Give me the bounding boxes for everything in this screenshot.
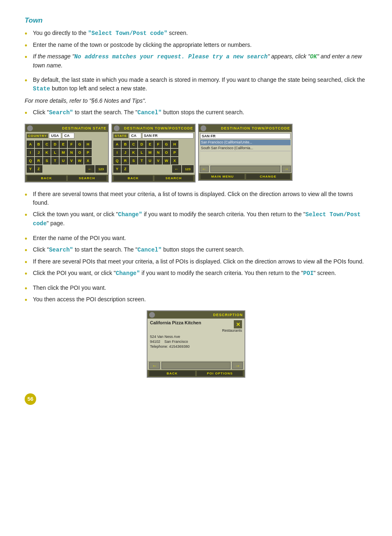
poi-footer: BACK POI OPTIONS bbox=[148, 370, 244, 377]
bullet-state: By default, the last state in which you … bbox=[25, 76, 367, 93]
key2-H[interactable]: H bbox=[171, 141, 178, 148]
key2-V[interactable]: V bbox=[154, 157, 162, 164]
screen3-header: DESTINATION TOWN/POSTCODE bbox=[208, 126, 290, 130]
key-S[interactable]: S bbox=[43, 157, 51, 164]
poi-back-btn[interactable]: BACK bbox=[149, 371, 195, 376]
key-K[interactable]: K bbox=[43, 149, 51, 156]
key-M[interactable]: M bbox=[60, 149, 67, 156]
poi-mid-btn bbox=[161, 362, 231, 369]
key-H[interactable]: H bbox=[84, 141, 92, 148]
key-X[interactable]: X bbox=[84, 157, 92, 164]
key2-D[interactable]: D bbox=[138, 141, 145, 148]
key-D[interactable]: D bbox=[51, 141, 59, 148]
key-G[interactable]: G bbox=[76, 141, 83, 148]
result-item-2[interactable]: South San Francisco (California... bbox=[200, 146, 291, 151]
key2-B[interactable]: B bbox=[122, 141, 129, 148]
key-Q[interactable]: Q bbox=[27, 157, 34, 164]
key-U[interactable]: U bbox=[60, 157, 67, 164]
key-V[interactable]: V bbox=[68, 157, 75, 164]
key-F[interactable]: F bbox=[68, 141, 75, 148]
key2-G[interactable]: G bbox=[163, 141, 170, 148]
key-L[interactable]: L bbox=[51, 149, 59, 156]
key-Y[interactable]: Y bbox=[27, 165, 34, 173]
key-backspace-1[interactable]: ← bbox=[85, 165, 95, 173]
poi-arrow-left[interactable]: ← bbox=[149, 362, 160, 369]
key2-L[interactable]: L bbox=[138, 149, 145, 156]
screen2-back-btn[interactable]: BACK bbox=[114, 176, 153, 181]
poi-phone-row: Telephone: 4154369380 bbox=[150, 344, 242, 349]
poi-body: California Pizza Kitchen ✕ Restaurants 5… bbox=[148, 319, 244, 361]
country-value: USA bbox=[49, 133, 61, 139]
key-backspace-2[interactable]: ← bbox=[172, 165, 181, 173]
arrow-right-3[interactable]: → bbox=[282, 166, 291, 172]
key-Z[interactable]: Z bbox=[35, 165, 42, 173]
key2-N[interactable]: N bbox=[154, 149, 162, 156]
key2-O[interactable]: O bbox=[163, 149, 170, 156]
key2-T[interactable]: T bbox=[138, 157, 145, 164]
poi-phone: 4154369380 bbox=[169, 344, 190, 349]
screen2-footer: BACK SEARCH bbox=[112, 175, 195, 182]
key-123-2[interactable]: 123 bbox=[182, 165, 194, 173]
poi-address: 524 Van Ness Ave bbox=[150, 335, 242, 339]
key2-C[interactable]: C bbox=[130, 141, 137, 148]
nav-screen-2: DESTINATION TOWN/POSTCODE STATE CA SAN F… bbox=[111, 124, 196, 183]
result-input: SAN FR bbox=[200, 133, 291, 139]
key2-W[interactable]: W bbox=[163, 157, 170, 164]
bullet-final-2: You then access the POI description scre… bbox=[25, 295, 367, 304]
bullet-list-top: You go directly to the "Select Town/Post… bbox=[25, 29, 367, 70]
highlight-change-poi: Change" bbox=[116, 270, 140, 277]
key2-S[interactable]: S bbox=[130, 157, 137, 164]
bullet-list-state: By default, the last state in which you … bbox=[25, 76, 367, 93]
key-C[interactable]: C bbox=[43, 141, 51, 148]
bullet-search: Click "Search" to start the search. The … bbox=[25, 108, 367, 117]
key2-I[interactable]: I bbox=[113, 149, 121, 156]
key-T[interactable]: T bbox=[51, 157, 59, 164]
key-O[interactable]: O bbox=[76, 149, 83, 156]
key2-J[interactable]: J bbox=[122, 149, 129, 156]
screen1-back-btn[interactable]: BACK bbox=[27, 176, 66, 181]
key2-Q[interactable]: Q bbox=[113, 157, 121, 164]
country-label: COUNTRY bbox=[27, 134, 48, 138]
key2-F[interactable]: F bbox=[154, 141, 162, 148]
poi-nav-row: ← → bbox=[148, 361, 244, 370]
keyboard-1: A B C D E F G H I J K L M N O P Q R bbox=[25, 139, 108, 175]
key2-K[interactable]: K bbox=[130, 149, 137, 156]
key-J[interactable]: J bbox=[35, 149, 42, 156]
result-item-1[interactable]: San Francisco (California/Unite... bbox=[200, 140, 291, 146]
nav-icon-3 bbox=[201, 125, 206, 131]
screen3-main-menu-btn[interactable]: MAIN MENU bbox=[201, 174, 244, 179]
screen1-footer: BACK SEARCH bbox=[25, 175, 108, 182]
poi-nav-icon bbox=[149, 312, 155, 318]
poi-close-icon[interactable]: ✕ bbox=[234, 320, 242, 328]
key2-P[interactable]: P bbox=[171, 149, 178, 156]
key-P[interactable]: P bbox=[84, 149, 92, 156]
key2-Z[interactable]: Z bbox=[122, 165, 129, 173]
key-123-1[interactable]: 123 bbox=[95, 165, 107, 173]
screen2-header: DESTINATION TOWN/POSTCODE bbox=[121, 126, 193, 130]
key2-X[interactable]: X bbox=[171, 157, 178, 164]
key-A[interactable]: A bbox=[27, 141, 34, 148]
key2-M[interactable]: M bbox=[146, 149, 154, 156]
poi-options-btn[interactable]: POI OPTIONS bbox=[197, 371, 243, 376]
key-N[interactable]: N bbox=[68, 149, 75, 156]
key2-U[interactable]: U bbox=[146, 157, 154, 164]
poi-arrow-right[interactable]: → bbox=[232, 362, 243, 369]
screen3-change-btn[interactable]: CHANGE bbox=[246, 174, 290, 179]
bullet-2: Enter the name of the town or postcode b… bbox=[25, 41, 367, 49]
key-R[interactable]: R bbox=[35, 157, 42, 164]
highlight-cancel-poi: Cancel" bbox=[137, 247, 161, 253]
arrow-left-3[interactable]: ← bbox=[200, 166, 209, 172]
key2-E[interactable]: E bbox=[146, 141, 154, 148]
key-B[interactable]: B bbox=[35, 141, 42, 148]
section-title: Town bbox=[25, 16, 367, 25]
screen1-search-btn[interactable]: SEARCH bbox=[68, 176, 107, 181]
key-W[interactable]: W bbox=[76, 157, 83, 164]
highlight-state: State bbox=[33, 85, 50, 92]
town-input-2[interactable]: SAN FR bbox=[142, 133, 194, 139]
key2-Y[interactable]: Y bbox=[113, 165, 121, 173]
key-E[interactable]: E bbox=[60, 141, 67, 148]
key2-R[interactable]: R bbox=[122, 157, 129, 164]
key2-A[interactable]: A bbox=[113, 141, 121, 148]
key-I[interactable]: I bbox=[27, 149, 34, 156]
screen2-search-btn[interactable]: SEARCH bbox=[154, 176, 194, 181]
